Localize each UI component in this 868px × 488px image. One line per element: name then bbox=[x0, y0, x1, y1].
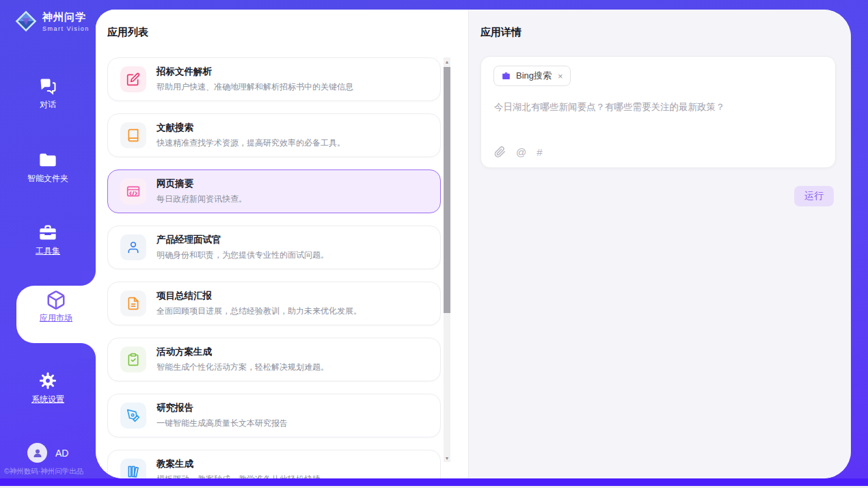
tool-chip-label: Bing搜索 bbox=[516, 70, 552, 82]
app-card-title: 招标文件解析 bbox=[157, 66, 353, 78]
app-card-title: 网页摘要 bbox=[157, 178, 247, 190]
app-card-web-summary[interactable]: 网页摘要 每日政府新闻资讯快查。 bbox=[107, 170, 441, 213]
app-window: 神州问学 Smart Vision 对话 智能文件夹 工具集 bbox=[0, 0, 868, 488]
app-card-title: 研究报告 bbox=[157, 402, 288, 414]
sidebar-item-label: 对话 bbox=[0, 99, 96, 111]
scroll-down-arrow-icon[interactable]: ▼ bbox=[444, 454, 450, 462]
sidebar-item-smart-folders[interactable]: 智能文件夹 bbox=[0, 150, 96, 185]
user-initials: AD bbox=[55, 448, 68, 459]
app-card-research-report[interactable]: 研究报告 一键智能生成高质量长文本研究报告 bbox=[107, 394, 441, 437]
app-card-desc: 明确身份和职责，为您提供专业性的面试问题。 bbox=[157, 249, 329, 261]
app-card-literature-search[interactable]: 文献搜索 快速精准查找学术资源，提高研究效率的必备工具。 bbox=[107, 113, 441, 157]
app-card-event-plan[interactable]: 活动方案生成 智能生成个性化活动方案，轻松解决规划难题。 bbox=[107, 338, 441, 381]
bubble-notch-top bbox=[81, 271, 96, 286]
app-card-pm-interviewer[interactable]: 产品经理面试官 明确身份和职责，为您提供专业性的面试问题。 bbox=[107, 226, 441, 269]
clipboard-check-icon bbox=[120, 347, 146, 372]
app-card-desc: 一键智能生成高质量长文本研究报告 bbox=[157, 418, 288, 429]
attachment-icon[interactable] bbox=[494, 146, 506, 158]
user-account[interactable]: AD bbox=[27, 443, 68, 463]
scroll-up-arrow-icon[interactable]: ▲ bbox=[444, 57, 450, 66]
gear-icon bbox=[38, 371, 57, 390]
app-detail-panel: 应用详情 Bing搜索 × 今日湖北有哪些新闻要点？有哪些需要关注的最新政策？ … bbox=[468, 10, 851, 478]
app-list-panel: 应用列表 招标文件解析 帮助用户快速、准确地理解和解析招标书中的关键信息 bbox=[96, 10, 468, 478]
app-card-title: 活动方案生成 bbox=[157, 346, 329, 358]
prompt-card: Bing搜索 × 今日湖北有哪些新闻要点？有哪些需要关注的最新政策？ @ # bbox=[480, 56, 836, 168]
book-icon bbox=[120, 122, 146, 148]
bubble-notch-bottom bbox=[81, 343, 96, 358]
sidebar-item-settings[interactable]: 系统设置 bbox=[0, 371, 96, 405]
app-card-title: 教案生成 bbox=[157, 458, 321, 470]
hash-icon[interactable]: # bbox=[537, 146, 542, 158]
app-card-list: 招标文件解析 帮助用户快速、准确地理解和解析招标书中的关键信息 文献搜索 快速精… bbox=[107, 57, 441, 478]
person-icon bbox=[31, 447, 44, 459]
interviewer-icon bbox=[120, 234, 146, 260]
app-card-project-summary[interactable]: 项目总结汇报 全面回顾项目进展，总结经验教训，助力未来优化发展。 bbox=[107, 282, 441, 325]
app-card-desc: 模板驱动，教案秒成，教学准备从此轻松快捷 bbox=[157, 474, 321, 478]
sidebar: 神州问学 Smart Vision 对话 智能文件夹 工具集 bbox=[0, 0, 96, 488]
app-card-bid-parse[interactable]: 招标文件解析 帮助用户快速、准确地理解和解析招标书中的关键信息 bbox=[107, 57, 441, 101]
app-card-desc: 智能生成个性化活动方案，轻松解决规划难题。 bbox=[157, 362, 329, 373]
sidebar-item-label: 系统设置 bbox=[0, 394, 96, 405]
browser-code-icon bbox=[120, 178, 146, 204]
run-button[interactable]: 运行 bbox=[794, 186, 834, 206]
input-toolbar: @ # bbox=[494, 146, 543, 158]
list-scrollbar[interactable]: ▲ ▼ bbox=[444, 57, 450, 462]
edit-document-icon bbox=[120, 66, 146, 92]
copyright-text: ©神州数码·神州问学出品 bbox=[4, 467, 96, 476]
app-detail-title: 应用详情 bbox=[480, 26, 521, 39]
brand-logo: 神州问学 Smart Vision bbox=[14, 9, 90, 33]
note-icon bbox=[120, 290, 146, 316]
sidebar-item-toolset[interactable]: 工具集 bbox=[0, 223, 96, 257]
avatar bbox=[27, 443, 47, 463]
app-card-title: 产品经理面试官 bbox=[157, 234, 329, 246]
cube-icon bbox=[46, 290, 66, 310]
toolbox-icon bbox=[38, 223, 57, 242]
books-icon bbox=[120, 459, 146, 478]
query-text[interactable]: 今日湖北有哪些新闻要点？有哪些需要关注的最新政策？ bbox=[494, 100, 822, 114]
app-list-title: 应用列表 bbox=[107, 26, 148, 39]
mention-icon[interactable]: @ bbox=[516, 146, 526, 158]
app-card-title: 项目总结汇报 bbox=[157, 290, 362, 302]
app-card-desc: 帮助用户快速、准确地理解和解析招标书中的关键信息 bbox=[157, 81, 353, 93]
folder-icon bbox=[38, 150, 57, 170]
app-card-desc: 全面回顾项目进展，总结经验教训，助力未来优化发展。 bbox=[157, 306, 362, 317]
sidebar-item-label: 智能文件夹 bbox=[0, 173, 96, 185]
briefcase-icon bbox=[501, 71, 511, 81]
sidebar-item-chat[interactable]: 对话 bbox=[0, 77, 96, 111]
sidebar-item-app-market[interactable]: 应用市场 bbox=[16, 290, 96, 324]
tool-chip-bing-search[interactable]: Bing搜索 × bbox=[493, 66, 571, 86]
chip-close-icon[interactable]: × bbox=[558, 71, 563, 81]
sidebar-item-label: 应用市场 bbox=[16, 312, 96, 324]
bottom-accent-bar bbox=[0, 478, 868, 486]
chat-icon bbox=[38, 77, 57, 96]
content-surface: 应用列表 招标文件解析 帮助用户快速、准确地理解和解析招标书中的关键信息 bbox=[96, 10, 851, 478]
app-card-desc: 快速精准查找学术资源，提高研究效率的必备工具。 bbox=[157, 137, 345, 149]
diamond-logo-icon bbox=[14, 9, 38, 33]
scrollbar-thumb[interactable] bbox=[444, 67, 450, 313]
sidebar-item-label: 工具集 bbox=[0, 245, 96, 257]
ink-pen-icon bbox=[120, 403, 146, 429]
app-card-lesson-plan[interactable]: 教案生成 模板驱动，教案秒成，教学准备从此轻松快捷 bbox=[107, 450, 441, 478]
app-card-title: 文献搜索 bbox=[157, 122, 345, 134]
brand-name: 神州问学 bbox=[42, 11, 90, 24]
app-card-desc: 每日政府新闻资讯快查。 bbox=[157, 193, 247, 205]
brand-tagline: Smart Vision bbox=[42, 25, 90, 32]
